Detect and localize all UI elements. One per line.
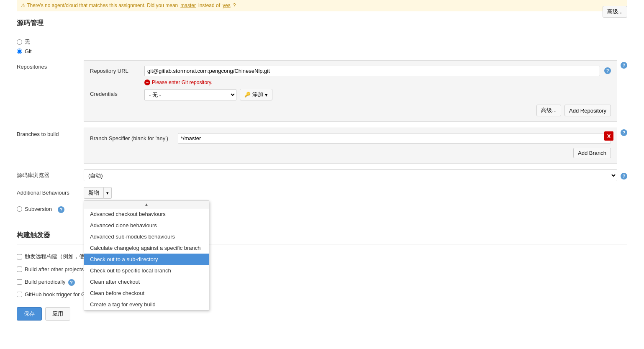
checkbox-after-other-label: Build after other projects — [25, 266, 84, 272]
credentials-input-row: - 无 - 🔑 添加 ▾ — [144, 89, 272, 100]
radio-none-input[interactable] — [17, 39, 22, 45]
add-behaviour-chevron[interactable]: ▾ — [104, 187, 112, 199]
add-credentials-label: 添加 — [252, 91, 263, 98]
repositories-help-icon[interactable]: ? — [621, 62, 627, 69]
checkbox-remote[interactable] — [17, 254, 22, 259]
error-circle-icon: – — [144, 80, 150, 85]
apply-button[interactable]: 应用 — [45, 307, 70, 321]
repo-url-help-icon[interactable]: ? — [604, 67, 611, 74]
dropdown-item-1[interactable]: Advanced clone behaviours — [84, 220, 209, 231]
top-advanced-button[interactable]: 高级... — [603, 6, 627, 18]
radio-git-input[interactable] — [17, 49, 22, 54]
behaviours-dropdown: ▲ Advanced checkout behaviours Advanced … — [84, 200, 209, 311]
branches-help-icon[interactable]: ? — [621, 129, 627, 136]
repo-url-label: Repository URL — [90, 66, 140, 74]
repo-url-error: – Please enter Git repository. — [144, 80, 611, 85]
dropdown-item-0[interactable]: Advanced checkout behaviours — [84, 208, 209, 220]
repo-advanced-button[interactable]: 高级... — [536, 105, 561, 116]
warning-link-yes[interactable]: yes — [223, 3, 231, 8]
dropdown-item-6[interactable]: Clean after checkout — [84, 276, 209, 287]
branch-specifier-input[interactable] — [178, 133, 611, 144]
dropdown-item-2[interactable]: Advanced sub-modules behaviours — [84, 231, 209, 242]
add-credentials-chevron: ▾ — [265, 92, 268, 98]
dropdown-item-4[interactable]: Check out to a sub-directory — [84, 254, 209, 265]
page-container: ⚠ There's no agent/cloud that matches th… — [0, 0, 644, 349]
remove-branch-button[interactable]: X — [604, 131, 613, 141]
repositories-panel: Repositories Repository URL ? – Please e… — [17, 60, 627, 122]
save-button[interactable]: 保存 — [17, 307, 42, 321]
error-text: Please enter Git repository. — [152, 80, 213, 85]
behaviours-panel: Additional Behaviours 新增 ▾ ▲ Advanced ch… — [17, 187, 627, 199]
add-branch-button[interactable]: Add Branch — [573, 148, 611, 158]
credentials-row: Credentials - 无 - 🔑 添加 ▾ — [90, 89, 611, 100]
warning-bar: ⚠ There's no agent/cloud that matches th… — [17, 0, 627, 11]
scm-radio-group: 无 Git — [17, 38, 627, 54]
radio-git-label: Git — [25, 48, 32, 54]
credentials-select[interactable]: - 无 - — [144, 89, 236, 100]
subversion-help-icon[interactable]: ? — [58, 206, 64, 213]
checkbox-periodically-help[interactable]: ? — [68, 279, 75, 286]
browser-label: 源码库浏览器 — [17, 172, 84, 179]
repo-url-input[interactable] — [144, 66, 600, 76]
warning-question: ? — [233, 3, 236, 8]
branches-label: Branches to build — [17, 128, 84, 164]
credentials-label: Credentials — [90, 89, 140, 97]
warning-link-master[interactable]: master — [180, 3, 196, 8]
checkbox-after-other[interactable] — [17, 267, 22, 272]
repositories-label: Repositories — [17, 60, 84, 122]
repositories-content: Repository URL ? – Please enter Git repo… — [84, 60, 617, 122]
radio-none-label: 无 — [25, 38, 30, 46]
branch-buttons: Add Branch — [90, 148, 611, 158]
branches-content: X Branch Specifier (blank for 'any') Add… — [84, 128, 617, 164]
behaviours-content: 新增 ▾ ▲ Advanced checkout behaviours Adva… — [84, 187, 627, 199]
add-behaviour-button[interactable]: 新增 — [84, 187, 104, 199]
dropdown-item-5[interactable]: Check out to specific local branch — [84, 265, 209, 276]
checkbox-github-hook-label: GitHub hook trigger for G — [25, 291, 85, 298]
radio-git[interactable]: Git — [17, 48, 627, 54]
repo-buttons: 高级... Add Repository — [90, 105, 611, 116]
source-management-heading: 源码管理 — [17, 11, 627, 32]
branch-specifier-row: Branch Specifier (blank for 'any') — [90, 133, 611, 144]
checkbox-github-hook[interactable] — [17, 292, 22, 297]
behaviours-label: Additional Behaviours — [17, 187, 84, 196]
checkbox-periodically[interactable] — [17, 279, 22, 285]
browser-select[interactable]: (自动) — [84, 169, 617, 181]
repo-url-row: Repository URL ? — [90, 66, 611, 76]
browser-help-icon[interactable]: ? — [621, 173, 627, 180]
add-behaviour-btn-group: 新增 ▾ — [84, 187, 627, 199]
dropdown-item-8[interactable]: Create a tag for every build — [84, 299, 209, 310]
dropdown-arrow: ▲ — [84, 201, 209, 208]
branches-panel: Branches to build X Branch Specifier (bl… — [17, 128, 627, 164]
warning-instead: instead of — [198, 3, 220, 8]
radio-none[interactable]: 无 — [17, 38, 627, 46]
checkbox-periodically-label: Build periodically — [25, 279, 66, 285]
branch-specifier-label: Branch Specifier (blank for 'any') — [90, 133, 174, 141]
radio-subversion-input[interactable] — [17, 206, 22, 212]
warning-text: ⚠ There's no agent/cloud that matches th… — [21, 3, 178, 8]
radio-subversion-label: Subversion — [25, 206, 52, 212]
dropdown-item-7[interactable]: Clean before checkout — [84, 287, 209, 299]
dropdown-item-3[interactable]: Calculate changelog against a specific b… — [84, 242, 209, 254]
key-icon: 🔑 — [244, 92, 251, 98]
browser-panel: 源码库浏览器 (自动) ? — [17, 169, 627, 181]
add-credentials-button[interactable]: 🔑 添加 ▾ — [240, 89, 272, 100]
add-repository-button[interactable]: Add Repository — [564, 105, 611, 116]
